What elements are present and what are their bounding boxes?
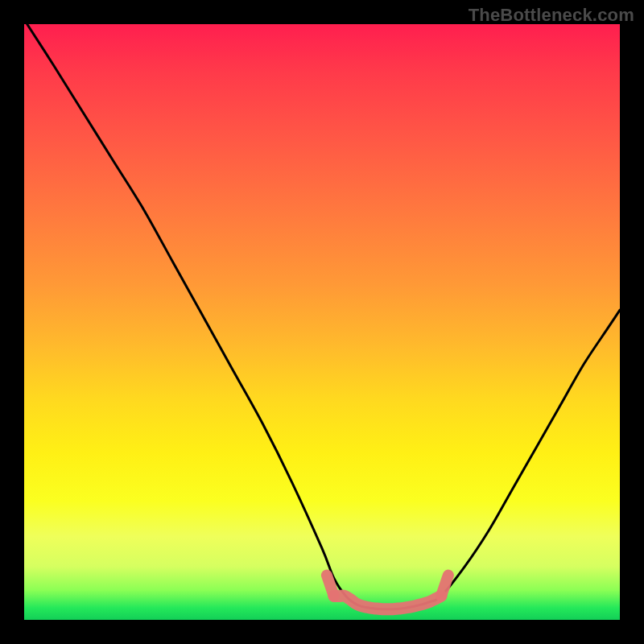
optimum-marker-band <box>334 596 441 609</box>
bottleneck-curve <box>27 24 620 609</box>
optimum-marker-endcap <box>441 576 448 597</box>
bottleneck-curve-svg <box>0 0 644 644</box>
watermark-text: TheBottleneck.com <box>469 5 634 26</box>
chart-frame: TheBottleneck.com <box>0 0 644 644</box>
optimum-marker-endcap <box>327 576 334 597</box>
